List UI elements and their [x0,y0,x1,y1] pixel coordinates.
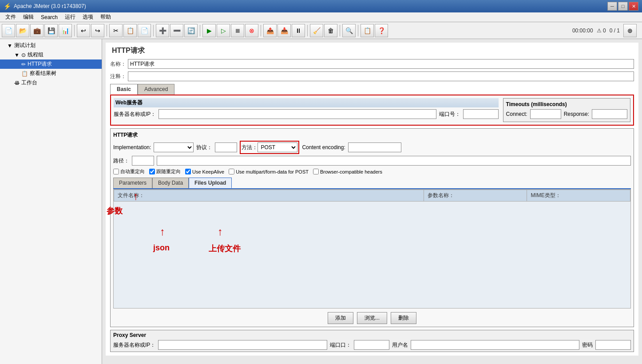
tb-clear[interactable]: 🧹 [310,24,323,37]
tb-paste[interactable]: 📄 [138,24,151,37]
menu-search[interactable]: Search [37,13,61,21]
cb-browser-headers[interactable]: Browser-compatible headers [313,169,382,174]
tb-search[interactable]: 🔍 [342,24,356,37]
tb-stop[interactable]: ⏹ [231,24,244,37]
server-input[interactable] [159,109,436,119]
cb-auto-redirect-input[interactable] [113,169,119,174]
tb-remote-stop[interactable]: 📥 [277,24,291,37]
tb-open[interactable]: 📂 [16,24,29,37]
tb-add[interactable]: ➕ [156,24,169,37]
implementation-label: Implementation: [113,144,151,150]
proxy-username-label: 用户名 [392,341,408,349]
port-input[interactable] [463,109,499,119]
checkboxes-row: 自动重定向 跟随重定向 Use KeepAlive Use multipart/… [113,168,631,175]
proxy-section: Proxy Server 服务器名称或IP： 端口口： 用户名 密码 [110,330,634,352]
name-input[interactable] [128,59,634,69]
implementation-select[interactable]: HttpClient4 [154,142,194,152]
cb-multipart[interactable]: Use multipart/form-data for POST [229,169,309,174]
path-input[interactable] [132,156,154,166]
proxy-port-label: 端口口： [330,341,351,349]
connect-input[interactable] [530,109,561,119]
proxy-username-input[interactable] [411,340,579,350]
tab-body-data[interactable]: Body Data [152,178,189,188]
cb-keepalive-input[interactable] [185,169,191,174]
toolbar-separator-8 [358,25,358,36]
response-input[interactable] [592,109,627,119]
connect-label: Connect: [506,111,527,117]
cb-multipart-input[interactable] [229,169,234,174]
tab-files-upload[interactable]: Files Upload [189,178,232,188]
encoding-input[interactable] [348,142,401,152]
tb-undo[interactable]: ↩ [77,24,90,37]
tab-advanced[interactable]: Advanced [138,84,174,95]
tb-help[interactable]: ❓ [375,24,388,37]
tb-start-no-pause[interactable]: ▷ [217,24,230,37]
comment-input[interactable] [128,71,634,81]
cb-follow-redirect-input[interactable] [149,169,155,174]
menu-help[interactable]: 帮助 [97,12,115,22]
tb-cut[interactable]: ✂ [109,24,123,37]
tb-refresh[interactable]: 🔄 [184,24,198,37]
cb-browser-headers-input[interactable] [313,169,319,174]
toolbar-separator-3 [153,25,154,36]
tb-fullscreen[interactable]: ⊕ [623,24,637,37]
menu-options[interactable]: 选项 [79,12,97,22]
content-area: HTTP请求 名称： 注释： Basic Advanced Web服务器 [102,39,642,364]
sidebar-item-workbench[interactable]: 🖥 工作台 [0,78,102,87]
tb-redo[interactable]: ↪ [91,24,104,37]
menu-run[interactable]: 运行 [61,12,79,22]
tb-list[interactable]: 📋 [361,24,374,37]
thread-group-icon: ▼ [14,52,20,58]
sidebar-item-thread-group[interactable]: ▼ ⊙ 线程组 [0,50,102,59]
browse-button[interactable]: 浏览... [357,312,387,324]
maximize-button[interactable]: □ [618,2,628,11]
tb-new[interactable]: 📄 [2,24,15,37]
files-upload-table: 文件名称： 参数名称： MIME类型： [114,190,630,202]
protocol-input[interactable] [215,142,237,152]
cb-keepalive[interactable]: Use KeepAlive [185,169,224,174]
tb-remove[interactable]: ➖ [170,24,183,37]
tb-copy[interactable]: 📋 [123,24,137,37]
main-tab-bar: Basic Advanced [110,84,634,95]
port-label: 端口号： [439,111,460,118]
inner-tab-bar: Parameters Body Data Files Upload [113,178,631,189]
close-button[interactable]: ✕ [629,2,638,11]
tb-shutdown[interactable]: ⊗ [245,24,258,37]
web-server-section: Web服务器 服务器名称或IP： 端口号： Timeouts (millisec… [110,95,634,126]
tab-parameters[interactable]: Parameters [113,178,152,188]
status-warnings: ⚠ 0 [597,28,606,34]
cb-follow-redirect[interactable]: 跟随重定向 [149,168,181,175]
proxy-server-label: 服务器名称或IP： [113,341,155,349]
sidebar-item-results-tree[interactable]: 📋 察看结果树 [0,69,102,78]
toolbar: 📄 📂 💼 💾 📊 ↩ ↪ ✂ 📋 📄 ➕ ➖ 🔄 ▶ ▷ ⏹ ⊗ 📤 📥 ⏸ … [0,22,642,39]
minimize-button[interactable]: ─ [607,2,617,11]
tb-save-template[interactable]: 💼 [30,24,44,37]
delete-button[interactable]: 删除 [391,312,416,324]
menu-bar: 文件 编辑 Search 运行 选项 帮助 [0,12,642,22]
path-full-input[interactable] [157,156,631,166]
tb-save-as[interactable]: 📊 [59,24,72,37]
sidebar-item-test-plan[interactable]: ▼ 测试计划 [0,41,102,50]
method-select[interactable]: POST GET PUT DELETE PATCH [258,142,297,152]
toolbar-separator-6 [307,25,308,36]
toolbar-separator-1 [74,25,75,36]
menu-file[interactable]: 文件 [2,12,20,22]
tb-remote-shutdown[interactable]: ⏸ [292,24,305,37]
tb-save[interactable]: 💾 [44,24,58,37]
table-body-empty [114,202,630,308]
path-row: 路径： [113,156,631,166]
tb-remote-start[interactable]: 📤 [263,24,277,37]
tb-clear-all[interactable]: 🗑 [324,24,337,37]
tab-basic[interactable]: Basic [110,84,138,95]
proxy-server-input[interactable] [158,340,327,350]
proxy-port-input[interactable] [354,340,389,350]
add-button[interactable]: 添加 [328,312,353,324]
cb-auto-redirect[interactable]: 自动重定向 [113,168,145,175]
proxy-password-input[interactable] [595,340,631,350]
sidebar-item-http-request[interactable]: ✏ HTTP请求 [0,59,102,69]
menu-edit[interactable]: 编辑 [20,12,37,22]
http-request-icon: ✏ [21,61,26,67]
tb-start[interactable]: ▶ [202,24,216,37]
action-buttons: 添加 浏览... 删除 [113,312,631,324]
toolbar-separator-5 [261,25,261,36]
